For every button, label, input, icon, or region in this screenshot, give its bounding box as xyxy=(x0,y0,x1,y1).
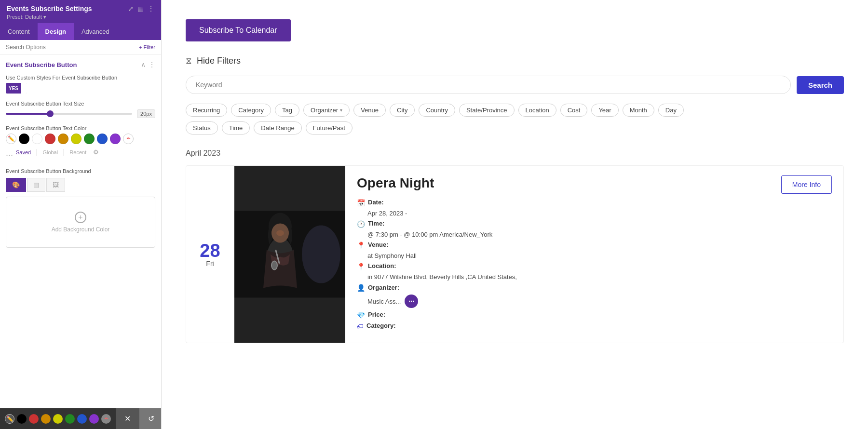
panel-title: Events Subscribe Settings xyxy=(7,5,92,13)
chip-recurring[interactable]: Recurring xyxy=(186,104,227,117)
bg-gradient-tab[interactable]: ▤ xyxy=(27,178,45,192)
panel-preset[interactable]: Preset: Default ▾ xyxy=(7,14,154,20)
chip-date-range[interactable]: Date Range xyxy=(254,121,301,134)
text-size-slider-row: 20px xyxy=(6,109,155,118)
bottom-picker-icon[interactable]: ✏️ xyxy=(5,414,14,424)
text-size-value[interactable]: 20px xyxy=(137,109,155,118)
event-venue-value: at Symphony Hall xyxy=(367,252,770,259)
cancel-button[interactable]: ✕ xyxy=(116,408,139,429)
tab-design[interactable]: Design xyxy=(38,23,74,40)
color-tab-recent[interactable]: Recent xyxy=(69,149,86,155)
color-blue[interactable] xyxy=(97,134,108,144)
collapse-icon[interactable]: ∧ xyxy=(141,61,146,68)
location-label: Location: xyxy=(368,262,396,269)
more-info-button[interactable]: More Info xyxy=(781,175,832,194)
chip-tag[interactable]: Tag xyxy=(275,104,299,117)
color-settings-icon[interactable]: ⚙ xyxy=(93,148,99,156)
chip-status[interactable]: Status xyxy=(186,121,218,134)
text-size-slider-track[interactable] xyxy=(6,113,132,115)
grid-icon[interactable]: ▦ xyxy=(137,5,144,13)
main-area: Subscribe To Calendar ⧖ Hide Filters Sea… xyxy=(162,0,868,429)
color-tabs: Saved | Global | Recent ⚙ xyxy=(16,148,99,157)
filter-button[interactable]: + Filter xyxy=(139,44,155,50)
organizer-chevron: ▾ xyxy=(340,107,342,113)
slider-thumb[interactable] xyxy=(47,110,54,117)
location-pin-icon: 📍 xyxy=(357,263,365,270)
toggle-switch[interactable]: YES xyxy=(6,83,27,94)
event-category-row: 🏷 Category: xyxy=(357,322,770,330)
chip-year[interactable]: Year xyxy=(591,104,618,117)
toggle-yes[interactable]: YES xyxy=(6,83,21,94)
event-day-number: 28 xyxy=(200,241,220,260)
bottom-yellow[interactable] xyxy=(53,414,63,424)
bg-color-tab[interactable]: 🎨 xyxy=(6,178,26,192)
chip-category[interactable]: Category xyxy=(231,104,271,117)
chip-cost[interactable]: Cost xyxy=(560,104,588,117)
bg-image-tab[interactable]: 🖼 xyxy=(46,178,65,192)
color-orange[interactable] xyxy=(58,134,68,144)
bottom-orange[interactable] xyxy=(41,414,51,424)
chip-future-past[interactable]: Future/Past xyxy=(306,121,353,134)
color-green[interactable] xyxy=(84,134,95,144)
chip-organizer[interactable]: Organizer ▾ xyxy=(303,104,350,117)
organizer-dots-badge[interactable]: ··· xyxy=(405,295,418,308)
event-date-value: Apr 28, 2023 - xyxy=(367,210,770,217)
color-violet[interactable] xyxy=(110,134,121,144)
chip-country[interactable]: Country xyxy=(419,104,455,117)
bg-type-tabs: 🎨 ▤ 🖼 xyxy=(6,178,155,192)
bg-add-icon[interactable]: + xyxy=(75,212,86,223)
svg-point-9 xyxy=(276,230,284,236)
undo-button[interactable]: ↺ xyxy=(139,408,162,429)
time-label: Time: xyxy=(368,220,384,227)
more-icon[interactable]: ⋮ xyxy=(148,5,154,13)
bottom-blue[interactable] xyxy=(77,414,87,424)
section-more-icon[interactable]: ⋮ xyxy=(149,61,155,68)
chip-month[interactable]: Month xyxy=(623,104,654,117)
bottom-custom-icon[interactable]: ✒ xyxy=(101,414,111,424)
bottom-violet[interactable] xyxy=(89,414,99,424)
slider-fill xyxy=(6,113,50,115)
chip-location[interactable]: Location xyxy=(518,104,556,117)
chip-city[interactable]: City xyxy=(390,104,415,117)
color-tab-saved[interactable]: Saved xyxy=(16,149,31,155)
event-details: Opera Night 📅 Date: Apr 28, 2023 - 🕐 Tim… xyxy=(345,166,781,343)
keyword-input[interactable] xyxy=(186,76,791,94)
more-colors-dots[interactable]: ··· xyxy=(6,150,13,160)
event-price-row: 💎 Price: xyxy=(357,311,770,319)
color-black[interactable] xyxy=(19,134,29,144)
expand-icon[interactable]: ⤢ xyxy=(128,5,134,13)
chip-venue[interactable]: Venue xyxy=(353,104,386,117)
color-picker-icon[interactable]: ✏️ xyxy=(6,134,16,144)
color-custom-icon[interactable]: ✒ xyxy=(123,134,134,144)
color-tab-global[interactable]: Global xyxy=(42,149,58,155)
color-yellow[interactable] xyxy=(71,134,81,144)
bottom-green[interactable] xyxy=(65,414,75,424)
bottom-bar: ✏️ ✒ ✕ ↺ ↻ ✓ xyxy=(0,408,161,429)
color-red[interactable] xyxy=(45,134,55,144)
tab-advanced[interactable]: Advanced xyxy=(74,23,117,40)
color-white[interactable] xyxy=(32,134,42,144)
organizer-icon: 👤 xyxy=(357,284,365,292)
category-label: Category: xyxy=(366,322,396,329)
tab-content[interactable]: Content xyxy=(0,23,38,40)
text-color-palette: ✏️ ✒ xyxy=(6,134,155,144)
svg-point-8 xyxy=(272,262,277,269)
bottom-red[interactable] xyxy=(29,414,39,424)
chip-day[interactable]: Day xyxy=(658,104,684,117)
toggle-no[interactable] xyxy=(21,83,27,94)
price-icon: 💎 xyxy=(357,311,365,319)
subscribe-button[interactable]: Subscribe To Calendar xyxy=(186,19,291,41)
search-button[interactable]: Search xyxy=(797,76,844,94)
bottom-black[interactable] xyxy=(17,414,27,424)
chip-state[interactable]: State/Province xyxy=(459,104,515,117)
filter-funnel-icon: ⧖ xyxy=(186,56,192,66)
hide-filters-row[interactable]: ⧖ Hide Filters xyxy=(186,56,844,66)
bg-color-preview[interactable]: + Add Background Color xyxy=(6,197,155,248)
bottom-color-palette: ✏️ ✒ xyxy=(0,408,116,429)
search-filter-row: + Filter xyxy=(0,40,161,55)
custom-styles-label: Use Custom Styles For Event Subscribe Bu… xyxy=(6,74,155,81)
event-time-value: @ 7:30 pm - @ 10:00 pm America/New_York xyxy=(367,231,770,238)
chip-time[interactable]: Time xyxy=(222,121,250,134)
search-options-input[interactable] xyxy=(6,44,136,51)
panel-tabs: Content Design Advanced xyxy=(0,23,161,40)
